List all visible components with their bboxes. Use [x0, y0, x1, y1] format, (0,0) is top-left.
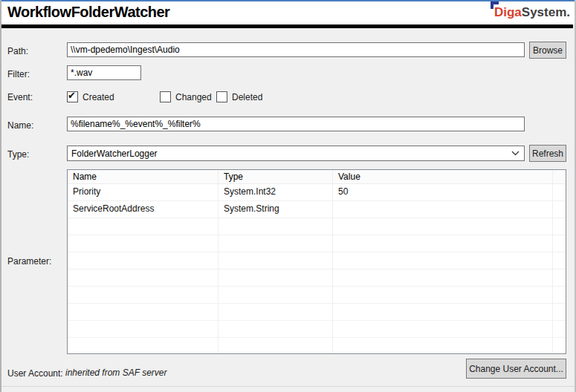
- checkbox-box[interactable]: [160, 91, 171, 102]
- table-cell-filler: [553, 270, 566, 286]
- event-options: ✔CreatedChangedDeleted: [67, 90, 364, 102]
- table-cell[interactable]: [68, 321, 219, 337]
- parameter-table[interactable]: NameTypeValue PrioritySystem.Int3250Serv…: [67, 169, 566, 354]
- workflow-folder-watcher-window: WorkflowFolderWatcher DigaSystem. Path: …: [0, 0, 576, 392]
- table-cell-filler: [553, 184, 566, 200]
- table-row[interactable]: [68, 287, 566, 304]
- table-cell[interactable]: ServiceRootAddress: [68, 201, 219, 218]
- refresh-button[interactable]: Refresh: [529, 145, 566, 162]
- table-cell-filler: [553, 218, 566, 235]
- event-checkbox-created[interactable]: ✔Created: [67, 90, 114, 102]
- table-cell[interactable]: [68, 287, 219, 303]
- table-cell-filler: [553, 235, 566, 252]
- table-cell[interactable]: [219, 235, 333, 252]
- table-cell[interactable]: [68, 235, 219, 252]
- column-header-type[interactable]: Type: [219, 170, 333, 183]
- table-cell-filler: [553, 338, 566, 354]
- user-account-value: inherited from SAF server: [65, 368, 167, 378]
- table-cell-filler: [553, 321, 566, 337]
- table-cell[interactable]: [333, 201, 553, 218]
- chevron-down-icon: [511, 151, 520, 156]
- event-checkbox-changed[interactable]: Changed: [160, 90, 212, 102]
- parameter-label: Parameter:: [7, 256, 51, 267]
- table-cell[interactable]: [333, 304, 553, 320]
- change-user-account-button[interactable]: Change User Account...: [466, 359, 566, 379]
- table-cell[interactable]: [68, 304, 219, 320]
- filter-label: Filter:: [7, 69, 30, 79]
- window-top-edge: [0, 0, 576, 1]
- table-cell[interactable]: [68, 338, 219, 354]
- table-cell[interactable]: [219, 304, 333, 320]
- table-cell-filler: [553, 252, 566, 269]
- parameter-table-body: PrioritySystem.Int3250ServiceRootAddress…: [68, 184, 566, 354]
- table-row[interactable]: [68, 338, 566, 354]
- logo-corner-mark: [491, 1, 499, 9]
- table-row[interactable]: [68, 218, 566, 235]
- digasystem-logo: DigaSystem.: [494, 5, 570, 20]
- checkbox-label: Deleted: [232, 92, 262, 102]
- type-dropdown-value: FolderWatcherLogger: [71, 148, 158, 159]
- table-cell[interactable]: Priority: [68, 184, 219, 200]
- table-cell[interactable]: [219, 338, 333, 354]
- checkbox-box[interactable]: [216, 91, 227, 102]
- logo-system-text: System.: [522, 5, 570, 19]
- table-cell[interactable]: [219, 252, 333, 269]
- event-checkbox-deleted[interactable]: Deleted: [216, 90, 262, 102]
- filter-input[interactable]: [67, 65, 141, 80]
- event-label: Event:: [7, 92, 33, 102]
- table-row[interactable]: [68, 321, 566, 338]
- type-label: Type:: [7, 149, 29, 160]
- path-label: Path:: [7, 46, 28, 56]
- table-row[interactable]: [68, 235, 566, 252]
- name-input[interactable]: [67, 117, 525, 131]
- table-cell[interactable]: System.Int32: [219, 184, 333, 200]
- table-cell[interactable]: [219, 321, 333, 337]
- table-cell[interactable]: [219, 270, 333, 286]
- table-row[interactable]: ServiceRootAddressSystem.String: [68, 201, 566, 218]
- window-left-edge: [0, 0, 1, 392]
- logo-diga-text: Diga: [494, 5, 522, 19]
- type-dropdown[interactable]: FolderWatcherLogger: [67, 146, 525, 161]
- table-cell-filler: [553, 287, 566, 303]
- title-divider: [1, 24, 573, 28]
- table-row[interactable]: [68, 304, 566, 321]
- bottom-divider: [0, 386, 576, 387]
- column-header-name[interactable]: Name: [68, 170, 219, 183]
- column-header-value[interactable]: Value: [333, 170, 553, 183]
- table-cell-filler: [553, 304, 566, 320]
- parameter-table-header: NameTypeValue: [68, 170, 566, 184]
- checkbox-box[interactable]: ✔: [67, 91, 78, 102]
- user-account-label: User Account:: [7, 368, 63, 379]
- table-cell[interactable]: [219, 218, 333, 235]
- table-cell[interactable]: [333, 218, 553, 235]
- table-cell[interactable]: [219, 287, 333, 303]
- table-cell[interactable]: [333, 338, 553, 354]
- table-cell[interactable]: [333, 270, 553, 286]
- checkbox-label: Changed: [175, 92, 212, 102]
- table-cell[interactable]: [68, 218, 219, 235]
- checkmark-icon: ✔: [68, 90, 76, 101]
- path-input[interactable]: [67, 42, 525, 57]
- table-cell[interactable]: [333, 252, 553, 269]
- table-cell[interactable]: [333, 235, 553, 252]
- checkbox-label: Created: [82, 92, 114, 102]
- table-cell[interactable]: [333, 287, 553, 303]
- table-row[interactable]: PrioritySystem.Int3250: [68, 184, 566, 201]
- browse-button[interactable]: Browse: [529, 42, 566, 59]
- table-cell[interactable]: System.String: [219, 201, 333, 218]
- table-cell[interactable]: [68, 270, 219, 286]
- table-cell-filler: [553, 201, 566, 218]
- table-row[interactable]: [68, 252, 566, 270]
- table-row[interactable]: [68, 270, 566, 287]
- title-bar: WorkflowFolderWatcher: [1, 1, 575, 24]
- name-label: Name:: [7, 120, 33, 131]
- column-header-filler: [553, 170, 566, 183]
- table-cell[interactable]: [333, 321, 553, 337]
- table-cell[interactable]: [68, 252, 219, 269]
- table-cell[interactable]: 50: [333, 184, 553, 200]
- page-title: WorkflowFolderWatcher: [7, 4, 169, 21]
